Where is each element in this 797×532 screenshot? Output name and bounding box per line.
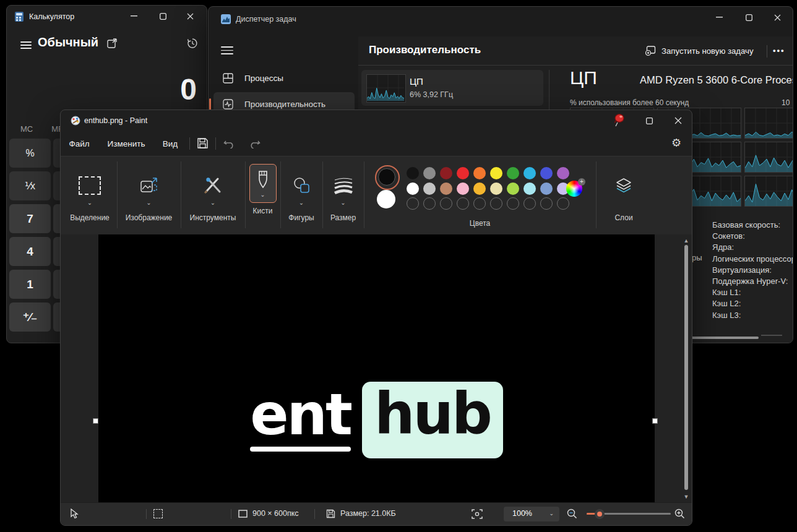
primary-color-swatch[interactable] xyxy=(375,165,400,190)
tm-menu-icon[interactable] xyxy=(221,46,233,54)
palette-swatch[interactable] xyxy=(490,167,502,179)
calc-button[interactable]: 1 xyxy=(9,270,51,299)
tm-maximize-button[interactable] xyxy=(735,7,763,28)
palette-swatch[interactable] xyxy=(407,167,419,179)
palette-swatch[interactable] xyxy=(540,182,553,195)
calc-button[interactable]: 4 xyxy=(9,237,51,266)
palette-swatch[interactable] xyxy=(507,182,519,195)
keep-on-top-icon[interactable] xyxy=(107,38,118,48)
calculator-close-button[interactable] xyxy=(176,6,204,27)
menu-separator xyxy=(189,137,190,150)
palette-swatch[interactable] xyxy=(440,167,452,179)
tool-group-brushes[interactable]: ⌄ Кисти xyxy=(245,157,280,235)
palette-swatch-empty[interactable] xyxy=(523,197,536,210)
tools-icon xyxy=(181,171,245,200)
chevron-down-icon[interactable]: ⌄ xyxy=(280,200,322,208)
palette-swatch-empty[interactable] xyxy=(423,197,436,210)
palette-swatch[interactable] xyxy=(540,167,553,179)
palette-swatch[interactable] xyxy=(407,182,419,195)
tool-group-selection[interactable]: ⌄ Выделение xyxy=(62,157,117,235)
zoom-slider-handle[interactable] xyxy=(595,509,605,519)
paint-statusbar: 900 × 600пкс Размер: 21.0КБ 100% ⌄ xyxy=(61,502,692,525)
fit-to-screen-icon[interactable] xyxy=(472,508,483,520)
calculator-mode-label[interactable]: Обычный xyxy=(38,35,98,49)
tm-close-button[interactable] xyxy=(763,7,791,28)
tool-group-image[interactable]: ⌄ Изображение xyxy=(117,157,181,235)
chevron-down-icon[interactable]: ⌄ xyxy=(62,200,117,208)
settings-gear-icon[interactable]: ⚙ xyxy=(671,136,681,150)
palette-swatch[interactable] xyxy=(523,182,536,195)
menu-icon[interactable] xyxy=(20,41,32,49)
calculator-maximize-button[interactable] xyxy=(149,6,176,27)
save-icon[interactable] xyxy=(197,137,209,149)
redo-icon[interactable] xyxy=(248,138,261,148)
calculator-titlebar[interactable]: Калькулятор xyxy=(7,6,207,28)
palette-swatch-empty[interactable] xyxy=(540,197,553,210)
palette-swatch[interactable] xyxy=(457,182,469,195)
tool-group-layers[interactable]: Слои xyxy=(596,157,652,235)
palette-swatch[interactable] xyxy=(507,167,519,179)
history-icon[interactable] xyxy=(187,38,198,49)
palette-swatch-empty[interactable] xyxy=(490,197,502,210)
tool-group-tools[interactable]: ⌄ Инструменты xyxy=(181,157,245,235)
performance-page-title: Производительность xyxy=(369,44,481,56)
secondary-color-swatch[interactable] xyxy=(377,190,395,208)
zoom-level-dropdown[interactable]: 100% ⌄ xyxy=(504,507,559,521)
cpu-spec-labels: Базовая скорость:Сокетов:Ядра:Логических… xyxy=(712,220,793,321)
scrollbar-up-arrow[interactable]: ▲ xyxy=(683,238,690,244)
chevron-down-icon[interactable]: ⌄ xyxy=(322,200,364,208)
palette-swatch[interactable] xyxy=(423,182,436,195)
palette-swatch-empty[interactable] xyxy=(473,197,486,210)
calc-button[interactable]: 7 xyxy=(9,204,51,233)
palette-swatch[interactable] xyxy=(473,167,486,179)
tm-minimize-button[interactable] xyxy=(705,7,733,28)
brushes-selected-box[interactable]: ⌄ xyxy=(249,164,277,203)
run-new-task-button[interactable]: Запустить новую задачу xyxy=(645,42,754,59)
palette-swatch[interactable] xyxy=(473,182,486,195)
canvas-size-icon xyxy=(238,510,248,518)
chevron-down-icon[interactable]: ⌄ xyxy=(181,200,245,208)
canvas-resize-handle-right[interactable] xyxy=(652,418,658,424)
selection-size-icon xyxy=(153,509,163,518)
palette-swatch[interactable] xyxy=(457,167,469,179)
tool-group-size[interactable]: ⌄ Размер xyxy=(322,157,364,235)
calculator-title: Калькулятор xyxy=(29,12,74,21)
calc-button[interactable]: ⁺∕₋ xyxy=(9,302,51,332)
header-separator xyxy=(358,65,793,66)
sidebar-item-processes[interactable]: Процессы xyxy=(213,66,355,90)
calculator-buttons-column: %⅟x741⁺∕₋ xyxy=(9,139,51,332)
palette-swatch[interactable] xyxy=(557,167,569,179)
paint-canvas[interactable]: ent hub xyxy=(98,234,655,503)
palette-swatch[interactable] xyxy=(440,182,452,195)
cpu-card[interactable]: ЦП 6% 3,92 ГГц xyxy=(361,70,543,106)
menu-file[interactable]: Файл xyxy=(65,135,93,152)
palette-swatch[interactable] xyxy=(490,182,502,195)
undo-icon[interactable] xyxy=(223,138,236,148)
palette-swatch[interactable] xyxy=(523,167,536,179)
memory-button-MC[interactable]: MC xyxy=(20,124,33,134)
palette-swatch-empty[interactable] xyxy=(457,197,469,210)
more-options-button[interactable]: ••• xyxy=(773,46,785,55)
chevron-down-icon[interactable]: ⌄ xyxy=(117,200,181,208)
palette-swatch-empty[interactable] xyxy=(557,197,569,210)
calc-button[interactable]: ⅟x xyxy=(9,171,51,200)
palette-swatch[interactable] xyxy=(423,167,436,179)
menu-edit[interactable]: Изменить xyxy=(104,135,149,152)
tool-group-shapes[interactable]: ⌄ Фигуры xyxy=(280,157,322,235)
canvas-resize-handle-left[interactable] xyxy=(93,418,98,424)
calc-button[interactable]: % xyxy=(9,139,51,168)
paint-close-button[interactable] xyxy=(665,110,692,131)
scrollbar-down-arrow[interactable]: ▼ xyxy=(683,494,690,500)
zoom-in-icon[interactable] xyxy=(674,508,685,519)
paint-maximize-button[interactable] xyxy=(635,110,663,131)
processes-icon xyxy=(222,73,233,84)
calculator-minimize-button[interactable] xyxy=(120,6,147,27)
edit-colors-plus-icon[interactable]: + xyxy=(578,178,585,186)
vertical-scrollbar-thumb[interactable] xyxy=(684,245,688,490)
zoom-out-icon[interactable] xyxy=(567,508,577,519)
menu-view[interactable]: Вид xyxy=(157,135,183,152)
palette-swatch-empty[interactable] xyxy=(440,197,452,210)
palette-swatch-empty[interactable] xyxy=(507,197,519,210)
chevron-down-icon[interactable]: ⌄ xyxy=(250,192,276,200)
palette-swatch-empty[interactable] xyxy=(407,197,419,210)
